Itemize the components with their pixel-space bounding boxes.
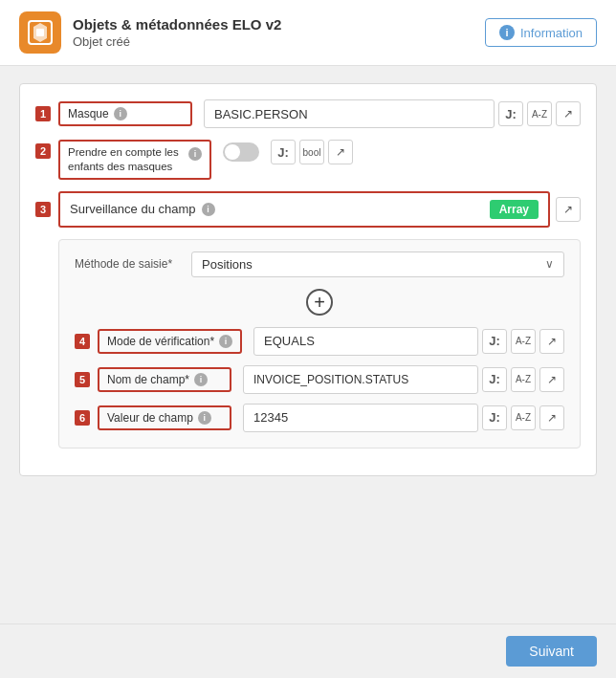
row-number-6: 6: [75, 410, 90, 426]
row-number-4: 4: [75, 334, 90, 349]
app-icon: [19, 11, 61, 54]
valeur-info-icon[interactable]: i: [198, 411, 211, 425]
inner-section: Méthode de saisie* Positions ∨ + 4 Mode …: [58, 239, 581, 448]
row-enfants: 2 Prendre en compte les enfants des masq…: [35, 140, 581, 180]
nom-info-icon[interactable]: i: [194, 373, 208, 386]
row-mode: 4 Mode de vérification* i EQUALS J: A-Z …: [75, 327, 564, 356]
info-button-icon: i: [499, 25, 515, 40]
nom-js-button[interactable]: J:: [482, 367, 507, 392]
array-badge: Array: [490, 200, 539, 219]
enfants-toggle[interactable]: [223, 142, 259, 162]
mode-expand-button[interactable]: ↗: [539, 329, 564, 354]
mode-label: Mode de vérification*: [107, 335, 214, 348]
header-left: Objets & métadonnées ELO v2 Objet créé: [19, 11, 281, 54]
app-logo-icon: [27, 19, 54, 46]
masque-value: BASIC.PERSON: [204, 99, 495, 128]
valeur-az-button[interactable]: A-Z: [511, 405, 536, 430]
content-area: 1 Masque i BASIC.PERSON J: A-Z ↗ 2 Prend…: [0, 66, 616, 623]
masque-expand-button[interactable]: ↗: [556, 101, 581, 126]
header-text: Objets & métadonnées ELO v2 Objet créé: [73, 16, 281, 49]
valeur-field-area: 12345 J: A-Z ↗: [243, 404, 564, 432]
row-nom: 5 Nom de champ* i INVOICE_POSITION.STATU…: [75, 365, 564, 394]
surveillance-expand-button[interactable]: ↗: [556, 197, 581, 222]
masque-js-button[interactable]: J:: [498, 101, 523, 126]
svg-rect-1: [36, 29, 44, 36]
information-button[interactable]: i Information: [485, 18, 597, 47]
nom-label: Nom de champ*: [107, 373, 189, 386]
nom-value: INVOICE_POSITION.STATUS: [243, 365, 478, 394]
footer: Suivant: [0, 623, 616, 678]
masque-label: Masque: [68, 107, 109, 120]
nom-expand-button[interactable]: ↗: [539, 367, 564, 392]
enfants-js-button[interactable]: J:: [271, 140, 296, 164]
valeur-value: 12345: [243, 404, 478, 432]
masque-info-icon[interactable]: i: [114, 107, 127, 120]
nom-label-box: Nom de champ* i: [98, 367, 231, 392]
masque-field-area: BASIC.PERSON J: A-Z ↗: [204, 99, 581, 128]
surveillance-label-box: Surveillance du champ i Array: [58, 191, 550, 228]
row-valeur: 6 Valeur de champ i 12345 J: A-Z ↗: [75, 404, 564, 432]
mode-value: EQUALS: [253, 327, 478, 356]
toggle-knob: [225, 144, 240, 160]
methode-row: Méthode de saisie* Positions ∨: [75, 252, 564, 277]
row-number-3: 3: [35, 202, 51, 217]
add-btn-row: +: [75, 289, 564, 316]
mode-label-box: Mode de vérification* i: [98, 329, 242, 354]
methode-label: Méthode de saisie*: [75, 257, 180, 271]
mode-info-icon[interactable]: i: [219, 335, 232, 348]
methode-select[interactable]: Positions ∨: [191, 252, 564, 277]
methode-chevron-icon: ∨: [545, 257, 554, 271]
add-button[interactable]: +: [306, 289, 333, 316]
valeur-js-button[interactable]: J:: [482, 405, 507, 430]
surveillance-label: Surveillance du champ: [70, 202, 196, 216]
masque-label-box: Masque i: [58, 101, 192, 126]
masque-az-button[interactable]: A-Z: [527, 101, 552, 126]
row-number-1: 1: [35, 106, 51, 121]
mode-field-area: EQUALS J: A-Z ↗: [253, 327, 564, 356]
suivant-button[interactable]: Suivant: [506, 636, 597, 667]
row-number-2: 2: [35, 143, 51, 159]
enfants-bool-button[interactable]: bool: [299, 140, 324, 164]
form-card: 1 Masque i BASIC.PERSON J: A-Z ↗ 2 Prend…: [19, 83, 597, 476]
app-subtitle: Objet créé: [73, 34, 281, 49]
info-button-label: Information: [520, 26, 583, 40]
mode-js-button[interactable]: J:: [482, 329, 507, 354]
main-container: Objets & métadonnées ELO v2 Objet créé i…: [0, 0, 616, 678]
enfants-label-box: Prendre en compte les enfants des masque…: [58, 140, 211, 180]
row-masque: 1 Masque i BASIC.PERSON J: A-Z ↗: [35, 99, 581, 128]
row-number-5: 5: [75, 372, 90, 387]
nom-field-area: INVOICE_POSITION.STATUS J: A-Z ↗: [243, 365, 564, 394]
valeur-label: Valeur de champ: [107, 411, 193, 425]
header: Objets & métadonnées ELO v2 Objet créé i…: [0, 0, 616, 66]
enfants-info-icon[interactable]: i: [188, 147, 202, 161]
enfants-expand-button[interactable]: ↗: [328, 140, 353, 164]
methode-select-value: Positions: [202, 257, 253, 272]
app-title: Objets & métadonnées ELO v2: [73, 16, 281, 33]
mode-az-button[interactable]: A-Z: [511, 329, 536, 354]
surveillance-info-icon[interactable]: i: [202, 203, 215, 216]
row-surveillance: 3 Surveillance du champ i Array ↗: [35, 191, 581, 228]
enfants-label: Prendre en compte les enfants des masque…: [68, 145, 184, 174]
valeur-expand-button[interactable]: ↗: [539, 405, 564, 430]
enfants-toggle-wrap: J: bool ↗: [223, 140, 581, 164]
nom-az-button[interactable]: A-Z: [511, 367, 536, 392]
valeur-label-box: Valeur de champ i: [98, 405, 231, 430]
